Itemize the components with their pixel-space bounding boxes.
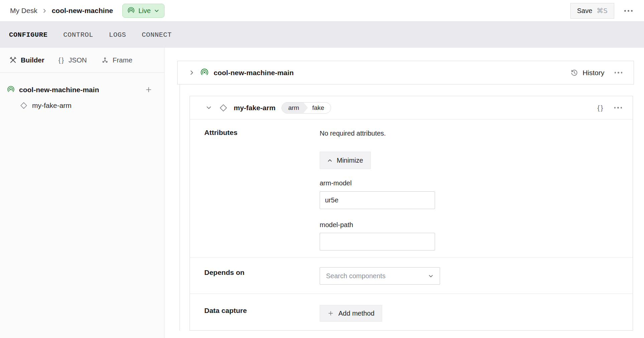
plus-icon — [327, 310, 334, 317]
tab-control[interactable]: CONTROL — [63, 30, 93, 40]
chevron-down-icon — [428, 273, 434, 279]
data-capture-section-label: Data capture — [190, 294, 320, 331]
depends-on-select[interactable]: Search components — [320, 267, 440, 285]
tree-item-label: cool-new-machine-main — [19, 86, 99, 94]
add-method-button[interactable]: Add method — [320, 305, 382, 322]
chevron-down-icon — [154, 8, 159, 13]
component-card-menu-button[interactable] — [613, 104, 624, 111]
attributes-section-label: Attributes — [190, 120, 320, 257]
save-shortcut-hint: ⌘S — [597, 7, 608, 15]
field-label-model-path: model-path — [320, 221, 633, 229]
axes-icon — [101, 56, 109, 64]
live-status-dropdown[interactable]: Live — [122, 4, 165, 18]
minimize-attributes-button[interactable]: Minimize — [320, 152, 371, 169]
machine-card-title: cool-new-machine-main — [214, 69, 294, 77]
depends-on-section-label: Depends on — [190, 258, 320, 294]
attributes-empty-text: No required attributes. — [320, 130, 633, 137]
depends-on-section: Depends on Search components — [190, 257, 633, 294]
chevron-up-icon — [327, 158, 332, 163]
braces-icon: {} — [59, 56, 65, 64]
ellipsis-icon — [615, 72, 616, 73]
machine-nav-tabs: CONFIGURE CONTROL LOGS CONNECT — [0, 21, 644, 48]
component-type-badge: arm fake — [282, 102, 331, 114]
minimize-button-label: Minimize — [337, 157, 363, 164]
save-button-label: Save — [577, 7, 593, 15]
sidebar-tab-frame[interactable]: Frame — [101, 56, 132, 64]
add-method-button-label: Add method — [338, 310, 374, 317]
machine-card-menu-button[interactable] — [613, 69, 624, 76]
save-button[interactable]: Save ⌘S — [570, 3, 614, 19]
component-card-header: my-fake-arm arm fake {} — [190, 96, 633, 120]
broadcast-icon — [127, 7, 135, 15]
tree-item-my-fake-arm[interactable]: my-fake-arm — [0, 98, 164, 113]
live-status-label: Live — [138, 7, 151, 15]
history-button-label: History — [582, 69, 604, 77]
tab-configure[interactable]: CONFIGURE — [9, 30, 47, 40]
top-bar: My Desk cool-new-machine Live Save ⌘S — [0, 0, 644, 21]
ellipsis-icon — [614, 107, 616, 109]
sidebar-tab-label: Builder — [21, 56, 44, 64]
top-bar-actions: Save ⌘S — [570, 3, 634, 19]
chevron-down-icon — [206, 105, 212, 111]
config-sidebar: Builder {} JSON Frame — [0, 48, 165, 338]
breadcrumb-chevron-icon — [42, 8, 47, 13]
plus-icon — [145, 86, 152, 94]
breadcrumb-parent-link[interactable]: My Desk — [10, 7, 37, 15]
component-type: arm — [282, 103, 308, 113]
component-json-toggle-button[interactable]: {} — [597, 103, 605, 113]
sidebar-tab-label: JSON — [69, 56, 87, 64]
component-card: my-fake-arm arm fake {} Attributes No re… — [190, 96, 633, 331]
machine-card: cool-new-machine-main History — [177, 61, 634, 84]
arm-model-input[interactable] — [320, 191, 435, 209]
history-icon — [570, 68, 578, 77]
history-button[interactable]: History — [570, 68, 604, 77]
depends-on-placeholder: Search components — [326, 272, 386, 280]
attributes-section: Attributes No required attributes. Minim… — [190, 120, 633, 257]
page-title: cool-new-machine — [52, 7, 113, 15]
tree-connector-line — [180, 84, 180, 331]
machine-live-icon — [7, 86, 15, 94]
content-area: Builder {} JSON Frame — [0, 48, 644, 338]
tab-logs[interactable]: LOGS — [109, 30, 126, 40]
component-diamond-icon — [219, 104, 228, 112]
header-overflow-menu-button[interactable] — [623, 7, 634, 14]
component-card-title: my-fake-arm — [234, 104, 276, 112]
ellipsis-icon — [624, 10, 626, 12]
breadcrumb: My Desk cool-new-machine Live — [10, 4, 165, 18]
tools-icon — [9, 56, 17, 64]
collapse-component-button[interactable] — [205, 104, 213, 112]
tree-item-machine[interactable]: cool-new-machine-main — [0, 82, 164, 98]
config-main: cool-new-machine-main History — [165, 48, 644, 338]
sidebar-tab-builder[interactable]: Builder — [9, 56, 44, 64]
component-diamond-icon — [20, 102, 28, 110]
field-label-arm-model: arm-model — [320, 179, 633, 187]
broadcast-icon — [200, 68, 209, 77]
sidebar-view-tabs: Builder {} JSON Frame — [0, 48, 164, 73]
component-tree: cool-new-machine-main my-fake-arm — [0, 73, 164, 113]
data-capture-section: Data capture Add method — [190, 294, 633, 331]
model-path-input[interactable] — [320, 233, 435, 250]
tree-item-label: my-fake-arm — [32, 102, 72, 110]
sidebar-tab-label: Frame — [113, 56, 132, 64]
expand-machine-card-button[interactable] — [188, 68, 196, 77]
tab-connect[interactable]: CONNECT — [142, 30, 172, 40]
chevron-right-icon — [189, 70, 195, 75]
sidebar-tab-json[interactable]: {} JSON — [59, 56, 87, 64]
add-component-button[interactable] — [143, 84, 154, 95]
